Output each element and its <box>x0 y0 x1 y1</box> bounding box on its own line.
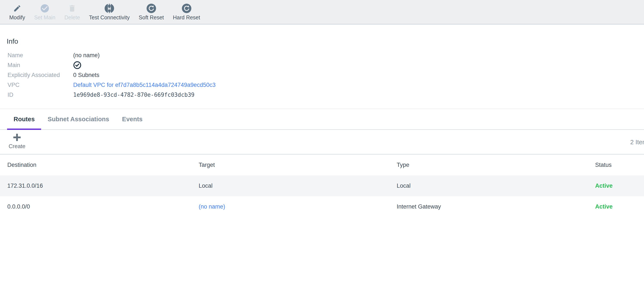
check-circle-outline-icon <box>73 61 81 69</box>
field-label: Name <box>8 52 73 59</box>
modify-button-label: Modify <box>9 15 25 21</box>
explicitly-associated-value: 0 Subnets <box>73 72 100 78</box>
create-button-label: Create <box>8 143 26 150</box>
hard-reset-button-label: Hard Reset <box>173 15 200 21</box>
trash-icon <box>68 3 76 13</box>
table-row: 0.0.0.0/0 (no name) Internet Gateway Act… <box>0 196 644 217</box>
info-row-name: Name (no name) <box>0 50 344 60</box>
column-header-status: Status <box>595 162 644 168</box>
modify-button[interactable]: Modify <box>5 3 30 21</box>
vpc-link[interactable]: Default VPC for ef7d7a8b5c114a4da724749a… <box>73 82 216 88</box>
create-route-button[interactable]: Create <box>8 133 26 150</box>
soft-reset-button-label: Soft Reset <box>139 15 164 21</box>
info-section-title: Info <box>7 37 18 45</box>
type-cell: Local <box>397 183 595 189</box>
tab-subnet-associations[interactable]: Subnet Associations <box>41 109 116 129</box>
info-row-vpc: VPC Default VPC for ef7d7a8b5c114a4da724… <box>0 80 344 90</box>
field-label: Main <box>8 62 73 69</box>
status-badge: Active <box>595 203 644 210</box>
detail-tabs: Routes Subnet Associations Events <box>0 109 644 130</box>
plug-circle-icon <box>104 3 114 13</box>
target-cell: Local <box>199 183 397 189</box>
info-row-explicitly-associated: Explicitly Associated 0 Subnets <box>0 70 344 80</box>
routes-table-toolbar: Create 2 Items <box>0 130 644 155</box>
items-count: 2 Items <box>630 139 644 146</box>
route-table-detail-page: Modify Set Main Delete <box>0 0 644 304</box>
plus-icon <box>13 133 21 141</box>
destination-cell: 172.31.0.0/16 <box>7 183 199 189</box>
soft-reset-button[interactable]: Soft Reset <box>134 3 168 21</box>
type-cell: Internet Gateway <box>397 203 595 210</box>
refresh-circle-icon <box>182 3 192 13</box>
field-label: Explicitly Associated <box>8 72 73 78</box>
test-connectivity-button[interactable]: Test Connectivity <box>84 3 134 21</box>
field-label: ID <box>8 92 73 98</box>
routes-table: Destination Target Type Status 172.31.0.… <box>0 155 644 217</box>
destination-cell: 0.0.0.0/0 <box>7 203 199 210</box>
check-circle-icon <box>40 3 50 13</box>
name-value: (no name) <box>73 52 100 59</box>
column-header-type: Type <box>397 162 595 168</box>
table-header-row: Destination Target Type Status <box>0 155 644 175</box>
set-main-button: Set Main <box>30 3 60 21</box>
test-connectivity-button-label: Test Connectivity <box>89 15 130 21</box>
route-table-id-value: 1e969de8-93cd-4782-870e-669fc03dcb39 <box>73 92 194 98</box>
delete-button-label: Delete <box>64 15 80 21</box>
status-badge: Active <box>595 183 644 189</box>
action-toolbar: Modify Set Main Delete <box>0 0 644 24</box>
column-header-target: Target <box>199 162 397 168</box>
hard-reset-button[interactable]: Hard Reset <box>168 3 204 21</box>
info-fields: Name (no name) Main Explicitly Associate… <box>0 50 344 100</box>
delete-button: Delete <box>60 3 84 21</box>
tab-events[interactable]: Events <box>116 109 149 129</box>
pencil-icon <box>13 3 21 13</box>
refresh-circle-icon <box>146 3 156 13</box>
info-row-main: Main <box>0 60 344 70</box>
tab-routes[interactable]: Routes <box>7 109 41 129</box>
target-link[interactable]: (no name) <box>199 203 397 210</box>
info-row-id: ID 1e969de8-93cd-4782-870e-669fc03dcb39 <box>0 90 344 100</box>
set-main-button-label: Set Main <box>34 15 56 21</box>
table-row: 172.31.0.0/16 Local Local Active <box>0 175 644 196</box>
column-header-destination: Destination <box>7 162 199 168</box>
field-label: VPC <box>8 82 73 88</box>
